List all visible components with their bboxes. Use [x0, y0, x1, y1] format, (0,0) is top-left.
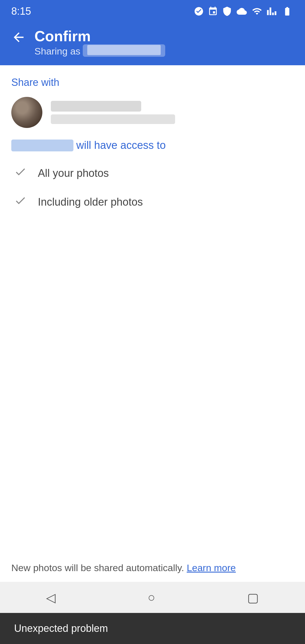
- check-label-1: All your photos: [38, 167, 109, 179]
- share-with-label: Share with: [11, 65, 294, 97]
- access-text: will have access to: [76, 139, 166, 151]
- snackbar-message: Unexpected problem: [14, 623, 108, 634]
- contact-card: [11, 97, 294, 128]
- sharing-as-account: [83, 44, 165, 57]
- main-content: Share with will have access to All your …: [0, 65, 305, 210]
- calendar-icon: [208, 6, 218, 16]
- wifi-icon: [251, 6, 263, 16]
- cloud-icon: [236, 6, 247, 16]
- app-bar: Confirm Sharing as: [0, 23, 305, 65]
- app-bar-text-container: Confirm Sharing as: [34, 28, 165, 57]
- check-item-older-photos: Including older photos: [14, 194, 294, 210]
- nav-home-button[interactable]: ○: [148, 590, 155, 604]
- check-label-2: Including older photos: [38, 196, 143, 208]
- sharing-as-label: Sharing as: [34, 46, 80, 57]
- vpn-icon: [222, 6, 232, 16]
- status-time: 8:15: [11, 5, 31, 17]
- page-title: Confirm: [34, 28, 165, 44]
- avatar-image: [11, 97, 42, 128]
- contact-email-blur: [51, 114, 175, 124]
- notification-icon: [194, 6, 204, 16]
- nav-recents-button[interactable]: ▢: [247, 590, 259, 605]
- nav-bar: ◁ ○ ▢: [0, 582, 305, 613]
- access-name-blur: [11, 140, 73, 151]
- check-item-photos: All your photos: [14, 166, 294, 181]
- nav-back-button[interactable]: ◁: [46, 590, 56, 605]
- status-icons: [194, 6, 294, 16]
- snackbar: Unexpected problem: [0, 613, 305, 644]
- check-items-list: All your photos Including older photos: [11, 166, 294, 210]
- back-button[interactable]: [11, 30, 26, 48]
- contact-info: [51, 101, 175, 124]
- bottom-note: New photos will be shared automatically.…: [11, 562, 294, 573]
- contact-name-blur: [51, 101, 141, 112]
- avatar: [11, 97, 42, 128]
- signal-icon: [267, 6, 277, 16]
- subtitle-row: Sharing as: [34, 44, 165, 57]
- check-icon-1: [14, 166, 27, 181]
- status-bar: 8:15: [0, 0, 305, 23]
- learn-more-link[interactable]: Learn more: [187, 562, 236, 573]
- access-line: will have access to: [11, 139, 294, 151]
- check-icon-2: [14, 194, 27, 210]
- battery-icon: [281, 6, 294, 16]
